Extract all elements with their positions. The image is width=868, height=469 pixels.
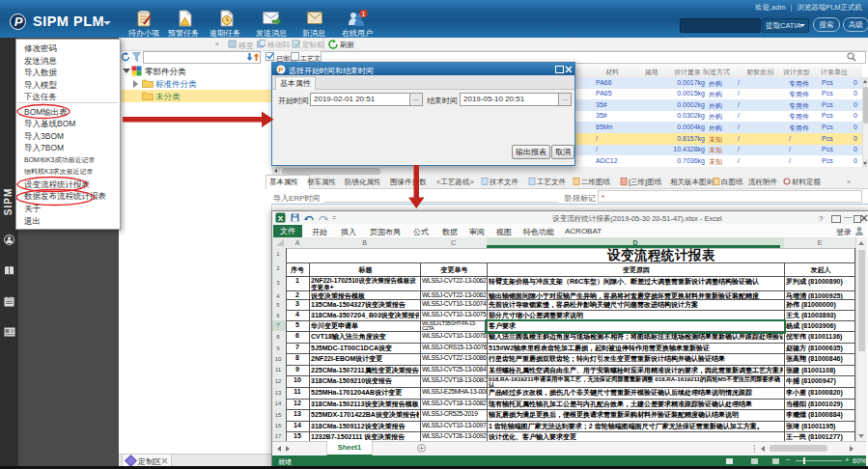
- svg-text:P: P: [278, 66, 284, 74]
- svg-text:X: X: [278, 214, 284, 223]
- svg-text:1: 1: [362, 11, 366, 17]
